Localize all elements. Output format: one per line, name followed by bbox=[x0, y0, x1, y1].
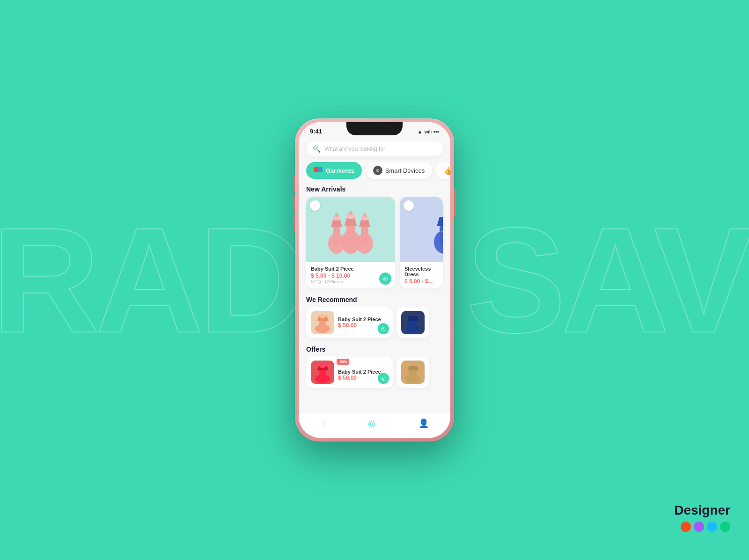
svg-point-20 bbox=[319, 314, 326, 318]
more-tab-icon: 👍 bbox=[443, 166, 450, 175]
new-arrivals-header: New Arrivals bbox=[299, 184, 450, 197]
cart-icon-1: ◎ bbox=[383, 275, 388, 282]
nav-profile[interactable]: 👤 bbox=[419, 418, 429, 428]
bottom-nav: ⌂ ◎ 👤 bbox=[299, 413, 450, 438]
explore-icon: ◎ bbox=[368, 418, 375, 428]
offers-header: Offers bbox=[299, 344, 450, 357]
arrival-name-1: Baby Suit 2 Piece bbox=[311, 266, 390, 272]
wifi-icon: wifi bbox=[424, 129, 432, 134]
garments-tab-label: Garments bbox=[326, 167, 354, 174]
arrival-image-2: ○ bbox=[400, 197, 443, 262]
offer-badge-1: -50% bbox=[337, 359, 349, 365]
offer-thumb-1 bbox=[311, 361, 334, 384]
offer-card-2[interactable] bbox=[397, 357, 429, 388]
heart-icon-1: ○ bbox=[314, 203, 316, 208]
arrival-name-2: Sleeveless Dress bbox=[404, 266, 438, 277]
status-time: 9:41 bbox=[310, 128, 322, 135]
rec-name-1: Baby Suit 2 Piece bbox=[338, 317, 381, 322]
offer-dress-svg-2 bbox=[403, 362, 424, 383]
search-container: 🔍 What are you looking for bbox=[299, 137, 450, 160]
recommend-scroll: Baby Suit 2 Piece $ 50.00 ◎ bbox=[299, 307, 450, 344]
svg-rect-22 bbox=[409, 321, 417, 330]
arrival-price-1: $ 5.00 - $ 10.00 bbox=[311, 273, 390, 279]
svg-point-11 bbox=[363, 213, 367, 217]
figma-dot-green bbox=[720, 522, 730, 532]
tab-smart-devices[interactable]: ⊙ Smart Devices bbox=[366, 162, 433, 179]
home-icon: ⌂ bbox=[320, 419, 325, 428]
arrivals-scroll: ○ bbox=[299, 197, 450, 294]
offer-card-1[interactable]: -50% Baby Suit 2 Piece $ 50.00 ◎ bbox=[306, 357, 393, 388]
svg-rect-27 bbox=[409, 370, 417, 380]
offer-info-1: Baby Suit 2 Piece $ 50.00 bbox=[338, 363, 381, 381]
bg-text-save: SAVE bbox=[466, 205, 749, 355]
scroll-content[interactable]: 🔍 What are you looking for Garment bbox=[299, 137, 450, 413]
svg-rect-5 bbox=[346, 226, 355, 243]
rec-cart-btn-1[interactable]: ◎ bbox=[378, 323, 389, 334]
nav-explore[interactable]: ◎ bbox=[368, 418, 375, 428]
rec-card-1[interactable]: Baby Suit 2 Piece $ 50.00 ◎ bbox=[306, 307, 393, 338]
search-bar[interactable]: 🔍 What are you looking for bbox=[306, 141, 443, 156]
offers-scroll: -50% Baby Suit 2 Piece $ 50.00 ◎ bbox=[299, 357, 450, 393]
offer-dress-svg-1 bbox=[312, 362, 333, 383]
phone-frame: 9:41 ▲ wifi ▪▪▪ 🔍 What are you looking f… bbox=[295, 118, 454, 442]
figma-dot-purple bbox=[694, 522, 704, 532]
garments-icon-right bbox=[318, 167, 323, 172]
offer-name-1: Baby Suit 2 Piece bbox=[338, 369, 381, 375]
rec-dress-svg-2 bbox=[403, 312, 424, 333]
offer-thumb-2 bbox=[401, 361, 425, 384]
svg-rect-13 bbox=[440, 226, 443, 244]
arrival-image-1: ○ bbox=[306, 197, 395, 262]
offer-price-1: $ 50.00 bbox=[338, 375, 381, 381]
battery-icon: ▪▪▪ bbox=[433, 129, 439, 134]
tab-garments[interactable]: Garments bbox=[306, 162, 362, 179]
offer-cart-btn-1[interactable]: ◎ bbox=[378, 373, 389, 384]
dress-svg-2 bbox=[430, 204, 443, 255]
notch bbox=[346, 122, 403, 135]
arrival-card-2[interactable]: ○ bbox=[400, 197, 443, 288]
dress-svg-1 bbox=[323, 204, 379, 255]
garments-icon bbox=[314, 166, 323, 175]
svg-rect-24 bbox=[319, 370, 326, 380]
search-icon: 🔍 bbox=[313, 145, 321, 153]
heart-icon-2: ○ bbox=[407, 203, 410, 208]
svg-point-25 bbox=[319, 363, 326, 368]
rec-dress-svg-1 bbox=[312, 312, 333, 333]
phone-mockup: 9:41 ▲ wifi ▪▪▪ 🔍 What are you looking f… bbox=[295, 118, 454, 442]
arrival-info-2: Sleeveless Dress $ 5.00 - $... bbox=[400, 262, 443, 288]
profile-icon: 👤 bbox=[419, 418, 429, 428]
svg-rect-19 bbox=[319, 321, 326, 330]
status-bar: 9:41 ▲ wifi ▪▪▪ bbox=[299, 122, 450, 137]
rec-thumb-2 bbox=[401, 311, 425, 334]
arrival-moq-1: MOQ : 12 Pieces bbox=[311, 280, 390, 284]
smart-devices-tab-label: Smart Devices bbox=[385, 167, 425, 174]
app-screen: 9:41 ▲ wifi ▪▪▪ 🔍 What are you looking f… bbox=[299, 122, 450, 438]
rec-card-2[interactable] bbox=[397, 307, 429, 338]
designer-badge: Designer bbox=[674, 503, 730, 532]
nav-home[interactable]: ⌂ bbox=[320, 419, 325, 428]
category-tabs: Garments ⊙ Smart Devices 👍 bbox=[299, 160, 450, 184]
cart-btn-1[interactable]: ◎ bbox=[379, 273, 391, 285]
favorite-btn-2[interactable]: ○ bbox=[404, 200, 414, 211]
figma-dot-red bbox=[681, 522, 691, 532]
svg-point-14 bbox=[441, 231, 443, 233]
designer-label: Designer bbox=[674, 503, 730, 518]
rec-thumb-1 bbox=[311, 311, 334, 334]
search-placeholder: What are you looking for bbox=[324, 146, 385, 152]
figma-logo bbox=[681, 522, 730, 532]
tab-more[interactable]: 👍 bbox=[436, 162, 450, 179]
offer-cart-icon-1: ◎ bbox=[381, 376, 386, 382]
signal-icon: ▲ bbox=[418, 129, 423, 134]
bg-text-trad: TRAD bbox=[0, 205, 302, 355]
smart-devices-icon: ⊙ bbox=[373, 166, 382, 175]
favorite-btn-1[interactable]: ○ bbox=[310, 200, 320, 211]
svg-rect-1 bbox=[333, 227, 340, 245]
arrival-price-2: $ 5.00 - $... bbox=[404, 278, 438, 285]
figma-dot-blue bbox=[707, 522, 717, 532]
svg-rect-9 bbox=[361, 227, 368, 245]
svg-point-7 bbox=[349, 211, 353, 215]
status-icons: ▲ wifi ▪▪▪ bbox=[418, 129, 439, 134]
rec-cart-icon-1: ◎ bbox=[381, 326, 386, 332]
svg-point-3 bbox=[335, 213, 338, 217]
arrival-card-1[interactable]: ○ bbox=[306, 197, 395, 288]
phone-screen: 9:41 ▲ wifi ▪▪▪ 🔍 What are you looking f… bbox=[299, 122, 450, 438]
